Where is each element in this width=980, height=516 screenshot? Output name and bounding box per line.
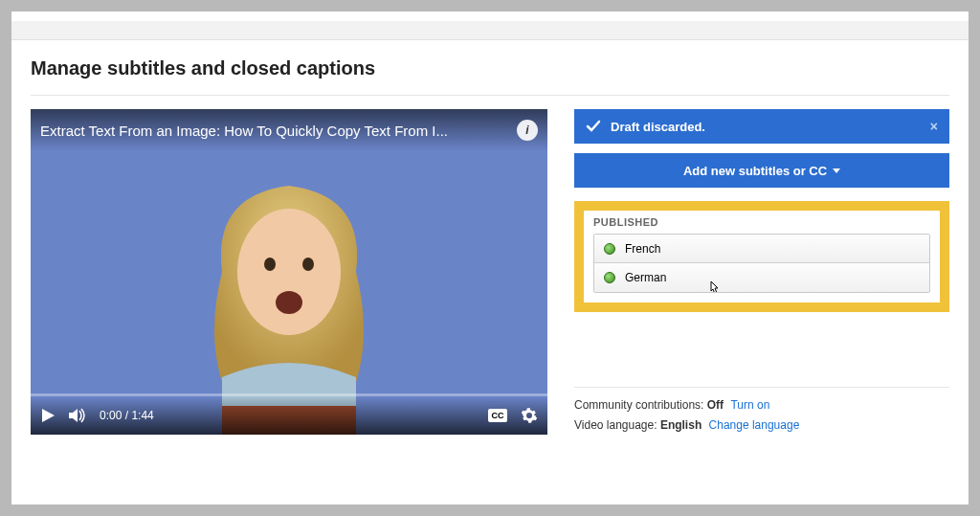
svg-point-1 [264,258,276,271]
chevron-down-icon [833,168,840,173]
close-icon[interactable]: × [930,119,938,134]
svg-point-2 [302,258,314,271]
turn-on-link[interactable]: Turn on [730,398,769,412]
video-player[interactable]: Extract Text From an Image: How To Quick… [31,109,547,435]
svg-point-0 [237,209,341,335]
language-row-german[interactable]: German [594,263,929,292]
settings-button[interactable] [521,407,538,424]
banner-message: Draft discarded. [611,120,705,134]
play-button[interactable] [40,408,56,423]
language-list: French German [593,234,930,293]
status-dot-icon [604,272,615,283]
page-title: Manage subtitles and closed captions [31,57,949,96]
change-language-link[interactable]: Change language [709,418,800,432]
progress-bar[interactable] [31,393,547,396]
svg-point-3 [276,291,302,314]
notification-banner: Draft discarded. × [574,109,949,144]
cursor-icon [707,280,723,293]
cc-button[interactable]: CC [488,409,507,422]
video-title: Extract Text From an Image: How To Quick… [40,123,448,139]
video-frame [31,109,547,435]
status-dot-icon [604,243,615,255]
check-icon [586,119,601,134]
svg-marker-5 [42,409,55,422]
language-row-french[interactable]: French [594,235,929,263]
language-label: French [625,242,660,256]
video-language-value: English [660,418,702,432]
published-section-highlight: PUBLISHED French German [574,201,949,312]
add-subtitles-button[interactable]: Add new subtitles or CC [574,153,949,188]
svg-marker-6 [69,409,78,422]
info-icon[interactable]: i [517,120,538,141]
footer-meta: Community contributions: Off Turn on Vid… [574,387,949,435]
volume-button[interactable] [69,408,86,423]
time-display: 0:00 / 1:44 [100,409,154,422]
community-value: Off [707,398,724,412]
published-heading: PUBLISHED [593,216,930,228]
language-label: German [625,271,666,284]
